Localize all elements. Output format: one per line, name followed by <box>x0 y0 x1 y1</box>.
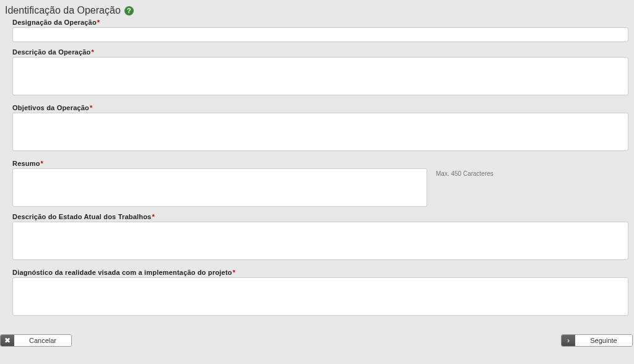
label-designacao-text: Designação da Operação <box>12 19 97 26</box>
field-descricao: Descrição da Operação* <box>5 48 629 98</box>
chevron-right-icon: › <box>562 335 575 346</box>
label-objetivos: Objetivos da Operação* <box>12 104 629 111</box>
section-title-text: Identificação da Operação <box>5 5 121 16</box>
textarea-estado[interactable] <box>12 222 628 260</box>
field-estado: Descrição do Estado Atual dos Trabalhos* <box>5 213 629 262</box>
label-objetivos-text: Objetivos da Operação <box>12 104 89 111</box>
required-mark: * <box>152 213 154 220</box>
label-estado: Descrição do Estado Atual dos Trabalhos* <box>12 213 629 220</box>
label-estado-text: Descrição do Estado Atual dos Trabalhos <box>12 213 151 220</box>
section-title: Identificação da Operação ? <box>5 5 629 16</box>
cancel-label: Cancelar <box>14 335 71 346</box>
resumo-row: Max. 450 Caracteres <box>12 168 629 207</box>
cancel-button[interactable]: ✖ Cancelar <box>0 334 72 347</box>
textarea-resumo[interactable] <box>12 168 427 207</box>
close-icon: ✖ <box>1 335 14 346</box>
label-designacao: Designação da Operação* <box>12 19 629 26</box>
label-descricao-text: Descrição da Operação <box>12 48 90 56</box>
label-resumo-text: Resumo <box>12 160 40 167</box>
input-designacao[interactable] <box>12 27 628 42</box>
label-descricao: Descrição da Operação* <box>12 48 629 56</box>
label-diagnostico: Diagnóstico da realidade visada com a im… <box>12 269 629 276</box>
field-resumo: Resumo* Max. 450 Caracteres <box>5 160 629 207</box>
required-mark: * <box>97 19 100 26</box>
required-mark: * <box>233 269 235 276</box>
footer: ✖ Cancelar › Seguinte <box>0 334 634 347</box>
label-resumo: Resumo* <box>12 160 629 167</box>
textarea-descricao[interactable] <box>12 57 628 95</box>
next-button[interactable]: › Seguinte <box>561 334 633 347</box>
field-objetivos: Objetivos da Operação* <box>5 104 629 154</box>
textarea-objetivos[interactable] <box>12 113 628 151</box>
required-mark: * <box>90 104 92 111</box>
required-mark: * <box>91 48 93 56</box>
form-container: Identificação da Operação ? Designação d… <box>0 0 634 318</box>
required-mark: * <box>41 160 43 167</box>
field-diagnostico: Diagnóstico da realidade visada com a im… <box>5 269 629 318</box>
textarea-diagnostico[interactable] <box>12 277 628 316</box>
help-icon[interactable]: ? <box>124 6 134 15</box>
next-label: Seguinte <box>575 335 632 346</box>
resumo-hint: Max. 450 Caracteres <box>436 168 493 177</box>
label-diagnostico-text: Diagnóstico da realidade visada com a im… <box>12 269 232 276</box>
field-designacao: Designação da Operação* <box>5 19 629 42</box>
